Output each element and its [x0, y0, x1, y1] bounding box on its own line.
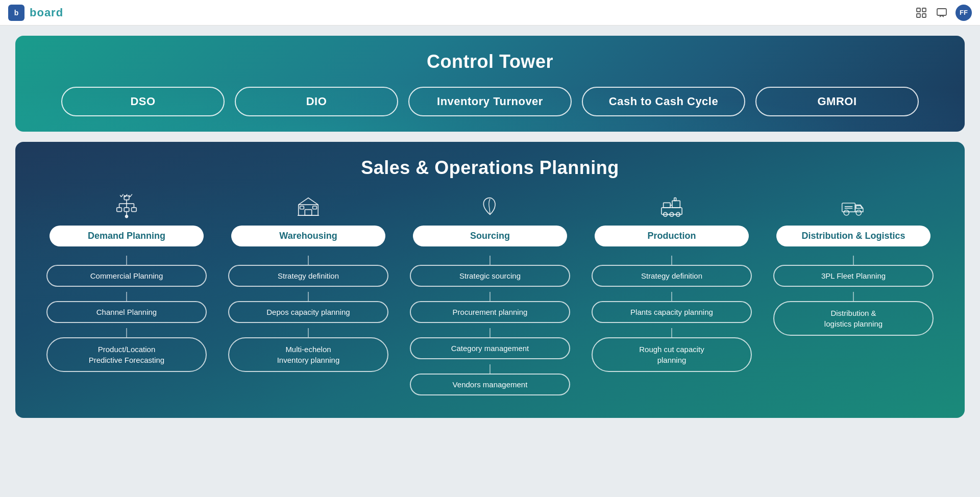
- kpi-row: DSO DIO Inventory Turnover Cash to Cash …: [36, 87, 944, 116]
- connector: [671, 256, 672, 265]
- multi-echelon[interactable]: Multi-echelonInventory planning: [228, 337, 388, 372]
- procurement-planning[interactable]: Procurement planning: [410, 301, 570, 323]
- connector: [489, 256, 491, 265]
- connector: [126, 256, 127, 265]
- connector: [671, 292, 672, 301]
- svg-rect-20: [313, 206, 317, 209]
- distribution-logistics[interactable]: Distribution &logistics planning: [773, 301, 933, 336]
- connector: [308, 292, 309, 301]
- chat-icon[interactable]: [935, 6, 948, 19]
- demand-planning-items: Commercial Planning Channel Planning Pro…: [36, 256, 217, 374]
- svg-rect-19: [300, 206, 304, 209]
- sourcing-column: Sourcing Strategic sourcing Procurement …: [399, 193, 581, 397]
- svg-rect-22: [662, 208, 682, 214]
- connector: [308, 328, 309, 337]
- kpi-dio[interactable]: DIO: [235, 87, 398, 116]
- topbar: b board FF: [0, 0, 980, 26]
- sop-title: Sales & Operations Planning: [36, 157, 944, 179]
- main-content: Control Tower DSO DIO Inventory Turnover…: [0, 26, 980, 497]
- control-tower-section: Control Tower DSO DIO Inventory Turnover…: [15, 36, 965, 132]
- distribution-items: 3PL Fleet Planning Distribution &logisti…: [763, 256, 944, 338]
- strategic-sourcing[interactable]: Strategic sourcing: [410, 265, 570, 287]
- sourcing-icon: [478, 193, 502, 219]
- distribution-header[interactable]: Distribution & Logistics: [776, 226, 931, 246]
- commercial-planning[interactable]: Commercial Planning: [46, 265, 206, 287]
- svg-rect-14: [132, 208, 137, 212]
- distribution-icon: [841, 193, 866, 219]
- svg-rect-30: [842, 203, 855, 212]
- demand-planning-header[interactable]: Demand Planning: [50, 226, 204, 246]
- channel-planning[interactable]: Channel Planning: [46, 301, 206, 323]
- demand-planning-column: Demand Planning Commercial Planning Chan…: [36, 193, 217, 397]
- production-icon: [659, 193, 684, 219]
- control-tower-title: Control Tower: [36, 51, 944, 72]
- svg-rect-1: [922, 8, 926, 12]
- svg-rect-18: [305, 210, 311, 216]
- connector: [853, 292, 854, 301]
- connector: [126, 328, 127, 337]
- board-logo-text: board: [30, 6, 63, 19]
- topbar-left: b board: [8, 5, 63, 21]
- grid-icon[interactable]: [915, 6, 928, 19]
- 3pl-fleet[interactable]: 3PL Fleet Planning: [773, 265, 933, 287]
- svg-rect-2: [917, 14, 920, 17]
- kpi-dso[interactable]: DSO: [61, 87, 225, 116]
- svg-rect-12: [117, 208, 122, 212]
- distribution-column: Distribution & Logistics 3PL Fleet Plann…: [763, 193, 944, 397]
- kpi-gmroi[interactable]: GMROI: [755, 87, 919, 116]
- sop-section: Sales & Operations Planning: [15, 142, 965, 418]
- plants-capacity[interactable]: Plants capacity planning: [592, 301, 751, 323]
- sourcing-header[interactable]: Sourcing: [413, 226, 568, 246]
- warehousing-column: Warehousing Strategy definition Depos ca…: [217, 193, 399, 397]
- predictive-forecasting[interactable]: Product/LocationPredictive Forecasting: [46, 337, 206, 372]
- kpi-inventory-turnover[interactable]: Inventory Turnover: [408, 87, 572, 116]
- svg-rect-13: [124, 208, 129, 212]
- warehousing-items: Strategy definition Depos capacity plann…: [217, 256, 399, 374]
- production-strategy[interactable]: Strategy definition: [592, 265, 751, 287]
- user-avatar[interactable]: FF: [955, 5, 972, 21]
- production-header[interactable]: Production: [595, 226, 749, 246]
- svg-rect-26: [664, 203, 670, 208]
- connector: [489, 328, 491, 337]
- svg-rect-27: [672, 201, 680, 207]
- svg-point-31: [844, 210, 849, 215]
- production-column: Production Strategy definition Plants ca…: [581, 193, 763, 397]
- kpi-cash-to-cash[interactable]: Cash to Cash Cycle: [582, 87, 745, 116]
- warehousing-header[interactable]: Warehousing: [231, 226, 386, 246]
- svg-point-32: [856, 210, 861, 215]
- topbar-right: FF: [915, 5, 972, 21]
- sop-columns: Demand Planning Commercial Planning Chan…: [36, 193, 944, 397]
- svg-rect-28: [674, 198, 676, 201]
- production-items: Strategy definition Plants capacity plan…: [581, 256, 763, 374]
- warehousing-icon: [296, 193, 321, 219]
- svg-rect-5: [937, 9, 946, 15]
- connector: [489, 292, 491, 301]
- category-management[interactable]: Category management: [410, 337, 570, 359]
- svg-rect-0: [917, 8, 920, 12]
- depos-capacity[interactable]: Depos capacity planning: [228, 301, 388, 323]
- sourcing-items: Strategic sourcing Procurement planning …: [399, 256, 581, 397]
- vendors-management[interactable]: Vendors management: [410, 374, 570, 395]
- connector: [489, 364, 491, 374]
- board-logo-icon: b: [8, 5, 24, 21]
- svg-rect-3: [922, 14, 926, 17]
- rough-cut-capacity[interactable]: Rough cut capacityplanning: [592, 337, 751, 372]
- connector: [853, 256, 854, 265]
- demand-planning-icon: [114, 193, 139, 219]
- connector: [126, 292, 127, 301]
- connector: [308, 256, 309, 265]
- connector: [671, 328, 672, 337]
- svg-point-16: [126, 215, 128, 218]
- warehousing-strategy[interactable]: Strategy definition: [228, 265, 388, 287]
